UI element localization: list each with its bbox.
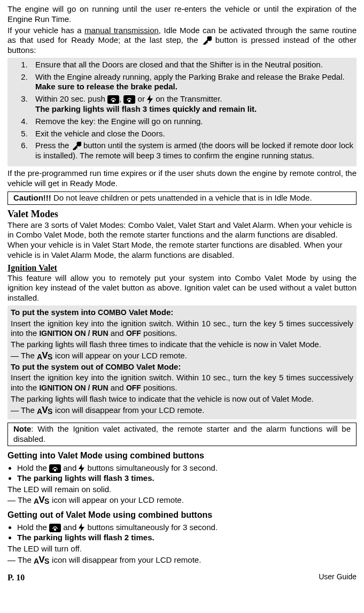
list-item: Press the button until the system is arm… [30,141,353,161]
text: IGNITION ON / RUN [39,384,108,392]
intro-2: If your vehicle has a manual transmissio… [7,26,357,56]
avs-icon [34,556,50,565]
text: and [109,328,126,338]
text: — The [11,351,37,360]
text: Hold the [17,523,49,532]
text-bold: The parking lights will flash 3 times. [17,473,154,482]
valet-modes-body: There are 3 sorts of Valet Modes: Combo … [7,220,357,260]
text: buttons simultaneously for 3 second. [88,463,218,472]
intro-1: The engine will go on running until the … [7,4,357,25]
bolt-icon [79,523,85,533]
list-item: The parking lights will flash 3 times. [17,473,357,484]
text: COMBO [98,308,127,317]
caution-text: Do not leave children or pets unattended… [51,193,312,202]
lock-icon [49,464,61,473]
avs-icon [37,352,53,361]
combo-in-p3: — The icon will appear on your LCD remot… [11,351,353,361]
text: If your vehicle has a [7,26,84,35]
text: OFF [126,329,141,338]
manual-transmission-link: manual transmission [84,26,159,35]
text: OFF [126,384,141,392]
list-item: Within 20 sec. push , or on the Transmit… [30,94,353,114]
text: Valet Mode: [127,308,174,317]
combo-out-p1: Insert the ignition key into the ignitio… [11,373,353,393]
get-out-p1: The LED will turn off. [7,544,357,554]
lock-icon [49,524,61,532]
text: and [63,463,79,472]
get-out-title: Getting out of Valet Mode using combined… [7,510,357,520]
text: — The [7,555,34,564]
steps-box: Ensure that all the Doors are closed and… [7,58,357,166]
combo-box: To put the system into COMBO Valet Mode:… [7,305,357,420]
get-in-p2: — The icon will appear on your LCD remot… [7,495,357,505]
footer: P. 10 User Guide [7,572,357,583]
list-item: Exit the vehicle and close the Doors. [30,129,353,139]
text: With the Engine already running, apply t… [35,72,345,81]
unlock-icon [123,95,135,104]
text: icon will appear on your LCD remote. [53,351,187,360]
text: IGNITION ON / RUN [39,329,108,338]
caution-box: Caution!!! Do not leave children or pets… [7,191,357,205]
text: icon will disappear from your LCD remote… [50,555,201,564]
get-out-p2: — The icon will disappear from your LCD … [7,555,357,565]
bolt-icon [79,464,85,473]
text-bold: The parking lights will flash 2 times. [17,533,154,542]
text: positions. [141,328,177,338]
bolt-icon [147,95,153,104]
combo-in-title: To put the system into COMBO Valet Mode: [11,308,353,318]
combo-out-p3: — The icon will disappear from your LCD … [11,405,353,416]
text: and [109,383,126,392]
text: — The [11,405,37,415]
text: COMBO [105,363,134,371]
text-bold: Make sure to release the brake pedal. [35,82,177,91]
key-icon [72,142,81,150]
text: Press the [35,141,72,150]
note-label: Note [13,424,31,433]
list-item: Hold the and buttons simultaneously for … [17,463,357,473]
get-in-p1: The LED will remain on solid. [7,485,357,495]
text: button until the system is armed (the do… [35,141,353,160]
combo-in-p1: Insert the ignition key into the ignitio… [11,319,353,339]
text: or [138,94,148,103]
ignition-valet-body: This feature will allow you to remotely … [7,273,357,303]
list-item: Remove the key: the Engine will go on ru… [30,117,353,127]
avs-icon [37,407,53,415]
avs-icon [34,496,50,505]
note-text: : With the Ignition valet activated, the… [13,424,351,443]
list-item: Hold the and buttons simultaneously for … [17,523,357,533]
text: icon will disappear from your LCD remote… [53,405,204,415]
list-item: Ensure that all the Doors are closed and… [30,60,353,70]
text: To put the system into [11,308,98,317]
combo-out-p2: The parking lights will flash twice to i… [11,394,353,404]
key-icon [202,36,212,45]
combo-out-title: To put the system out of COMBO Valet Mod… [11,362,353,372]
page-number: P. 10 [7,572,25,583]
user-guide-label: User Guide [319,572,357,583]
text: — The [7,495,34,504]
caution-label: Caution!!! [13,193,51,202]
text: , [119,94,123,103]
get-in-title: Getting into Valet Mode using combined b… [7,450,357,461]
list-item: The parking lights will flash 2 times. [17,533,357,543]
text: Valet Mode: [134,362,181,371]
combo-in-p2: The parking lights will flash three time… [11,340,353,350]
ignition-valet-title: Ignition Valet [7,263,357,273]
text-bold: The parking lights will flash 3 times qu… [35,104,257,113]
text: and [63,523,79,532]
text: icon will appear on your LCD remote. [50,495,184,504]
text: buttons simultaneously for 3 second. [88,523,218,532]
valet-modes-title: Valet Modes [7,208,357,220]
text: positions. [141,383,177,392]
text: Within 20 sec. push [35,94,107,103]
text: To put the system out of [11,362,105,371]
lock-icon [107,95,119,104]
note-box: Note: With the Ignition valet activated,… [7,423,357,446]
text: Hold the [17,463,49,472]
after-list: If the pre-programmed run time expires o… [7,168,357,189]
text: on the Transmitter. [156,94,222,103]
list-item: With the Engine already running, apply t… [30,72,353,93]
